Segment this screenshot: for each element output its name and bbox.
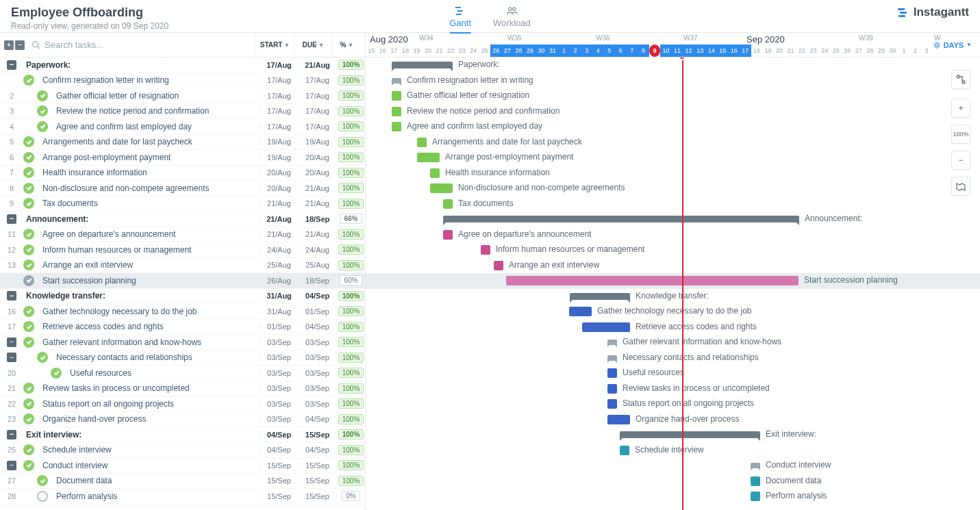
day-cell[interactable]: 21	[434, 44, 445, 57]
task-name[interactable]: Arrange post-employment payment	[40, 153, 260, 162]
section-row[interactable]: −Exit interview:04/Sep15/Sep100%	[0, 427, 365, 443]
gantt-bar[interactable]	[607, 368, 617, 378]
task-row[interactable]: 2Gather official letter of resignation17…	[0, 88, 365, 104]
day-cell[interactable]: 28	[513, 44, 525, 57]
day-cell[interactable]: 10	[660, 44, 672, 57]
status-icon[interactable]	[37, 105, 48, 116]
collapse-icon[interactable]: −	[7, 430, 16, 439]
gantt-bar[interactable]	[392, 122, 401, 131]
gantt-bar[interactable]	[620, 446, 629, 455]
tab-workload[interactable]: Workload	[493, 5, 531, 32]
day-cell[interactable]: 7	[627, 44, 638, 57]
task-row[interactable]: 21Review tasks in process or uncompleted…	[0, 381, 365, 397]
gantt-bar[interactable]	[506, 276, 799, 285]
task-row[interactable]: 4Agree and confirm last employed day17/A…	[0, 119, 365, 135]
task-row[interactable]: −Gather relevant information and know-ho…	[0, 335, 365, 350]
task-name[interactable]: Confirm resignation letter in writing	[40, 75, 260, 85]
day-cell[interactable]: 27	[853, 44, 865, 57]
day-cell[interactable]: 11	[672, 44, 683, 57]
task-name[interactable]: Health insurance information	[40, 168, 260, 177]
section-row[interactable]: −Announcement:21/Aug18/Sep66%	[0, 212, 365, 227]
day-cell[interactable]: 22	[445, 44, 457, 57]
collapse-icon[interactable]: −	[7, 291, 16, 301]
day-cell[interactable]: 26	[490, 44, 502, 57]
gantt-bar[interactable]	[607, 355, 617, 361]
status-icon[interactable]	[23, 244, 34, 255]
day-cell[interactable]: 26	[842, 44, 853, 57]
gantt-bar[interactable]	[417, 138, 427, 147]
task-name[interactable]: Gather relevant information and know-how…	[40, 337, 260, 347]
search-box[interactable]	[32, 40, 254, 50]
day-cell[interactable]: 4	[592, 44, 604, 57]
status-icon[interactable]	[23, 444, 34, 455]
gantt-bar[interactable]	[582, 322, 630, 332]
day-cell[interactable]: 5	[603, 44, 615, 57]
status-icon[interactable]	[23, 167, 34, 178]
task-name[interactable]: Announcement:	[23, 214, 260, 224]
gantt-bar[interactable]	[751, 492, 760, 501]
day-cell[interactable]: 17	[740, 44, 751, 57]
gantt-bar[interactable]	[443, 230, 453, 240]
status-icon[interactable]	[23, 75, 34, 86]
task-name[interactable]: Useful resources	[67, 368, 260, 378]
status-icon[interactable]	[23, 337, 34, 348]
task-row[interactable]: 13Arrange an exit interview25/Aug25/Aug1…	[0, 258, 365, 274]
status-icon[interactable]	[23, 136, 34, 147]
collapse-icon[interactable]: −	[7, 461, 16, 470]
task-name[interactable]: Gather technology necessary to do the jo…	[40, 307, 260, 316]
gantt-bar[interactable]	[607, 384, 617, 394]
day-cell[interactable]: 9	[649, 44, 661, 57]
day-cell[interactable]: 17	[388, 44, 400, 57]
day-cell[interactable]: 16	[377, 44, 389, 57]
task-name[interactable]: Agree on departure's announcement	[40, 229, 260, 239]
task-name[interactable]: Review the notice period and confirmatio…	[53, 106, 260, 116]
collapse-icon[interactable]: −	[7, 60, 16, 70]
collapse-icon[interactable]: −	[7, 214, 16, 224]
day-cell[interactable]: 1	[558, 44, 570, 57]
status-icon[interactable]	[51, 368, 62, 379]
zoom-level[interactable]: 100%	[951, 125, 970, 144]
task-name[interactable]: Review tasks in process or uncompleted	[40, 383, 260, 393]
status-icon[interactable]	[23, 259, 34, 270]
collapse-all-button[interactable]: −	[15, 40, 25, 50]
day-cell[interactable]: 22	[796, 44, 808, 57]
day-cell[interactable]: 23	[456, 44, 468, 57]
status-icon[interactable]	[23, 321, 34, 332]
gantt-bar[interactable]	[620, 431, 760, 438]
day-cell[interactable]: 2	[909, 44, 921, 57]
task-row[interactable]: 17Retrieve access codes and rights01/Sep…	[0, 320, 365, 335]
status-icon[interactable]	[23, 413, 34, 424]
task-row[interactable]: −Necessary contacts and relationships03/…	[0, 350, 365, 366]
days-zoom-button[interactable]: DAYS ▼	[933, 41, 980, 49]
task-name[interactable]: Perform analysis	[53, 492, 260, 501]
search-input[interactable]	[45, 40, 254, 50]
day-cell[interactable]: 3	[921, 44, 933, 57]
task-name[interactable]: Arrangements and date for last paycheck	[40, 137, 260, 146]
col-start-header[interactable]: START▼	[255, 33, 294, 57]
gantt-chart[interactable]: Paperwork:Confirm resignation letter in …	[366, 58, 980, 510]
gantt-bar[interactable]	[417, 153, 440, 162]
day-cell[interactable]: 18	[751, 44, 763, 57]
gantt-bar[interactable]	[569, 307, 592, 316]
task-row[interactable]: 25Schedule interview04/Sep04/Sep100%	[0, 443, 365, 459]
day-cell[interactable]: 31	[547, 44, 559, 57]
task-row[interactable]: 23Organize hand-over process03/Sep04/Sep…	[0, 412, 365, 428]
task-name[interactable]: Gather official letter of resignation	[53, 91, 260, 101]
gantt-bar[interactable]	[392, 78, 401, 84]
day-cell[interactable]: 20	[423, 44, 434, 57]
day-cell[interactable]: 20	[774, 44, 786, 57]
gantt-bar[interactable]	[751, 463, 760, 468]
expand-all-button[interactable]: +	[4, 40, 14, 50]
task-row[interactable]: −Conduct interview15/Sep15/Sep100%	[0, 458, 365, 474]
minimap-button[interactable]	[951, 177, 970, 196]
day-cell[interactable]: 13	[694, 44, 706, 57]
status-icon[interactable]	[37, 121, 48, 132]
day-cell[interactable]: 29	[525, 44, 536, 57]
gantt-bar[interactable]	[392, 62, 453, 68]
tab-gantt[interactable]: Gantt	[449, 5, 471, 34]
section-row[interactable]: −Paperwork:17/Aug21/Aug100%	[0, 58, 365, 73]
task-row[interactable]: 5Arrangements and date for last paycheck…	[0, 135, 365, 151]
day-cell[interactable]: 19	[411, 44, 423, 57]
timeline-header[interactable]: Aug 2020Sep 2020W34W35W36W37W39W 1516171…	[366, 33, 933, 57]
task-name[interactable]: Conduct interview	[40, 461, 260, 470]
